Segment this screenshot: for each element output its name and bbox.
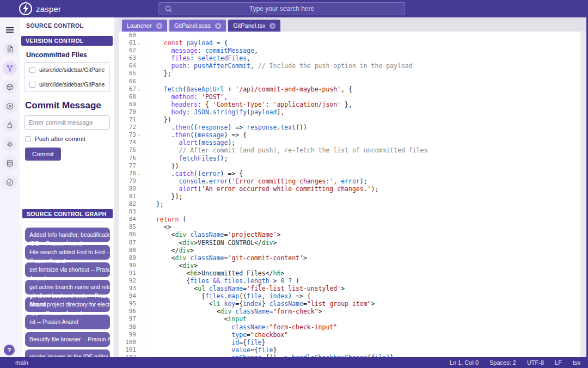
gutter[interactable]: 79 — [119, 177, 144, 185]
panel-title: SOURCE CONTROL — [20, 17, 114, 33]
gutter[interactable]: 73⌄ — [119, 131, 144, 139]
help-icon[interactable]: ? — [4, 345, 15, 355]
tab-close-icon[interactable]: ✕ — [215, 23, 221, 29]
status-item[interactable]: UTF-8 — [527, 359, 544, 366]
menu-icon[interactable] — [3, 23, 17, 37]
gutter[interactable]: 85 — [119, 223, 144, 231]
gutter[interactable]: 90 — [119, 262, 144, 269]
file-item[interactable]: ui/src/ide/sidebar/GitPanel.tsx — [24, 77, 110, 92]
file-checkbox[interactable] — [29, 67, 35, 73]
gutter[interactable]: 101 — [119, 346, 144, 354]
database-icon[interactable] — [3, 156, 17, 170]
gutter[interactable]: 62 — [119, 47, 144, 54]
gutter[interactable]: 64 — [119, 62, 144, 70]
gutter[interactable]: 95 — [119, 300, 144, 308]
extensions-icon[interactable] — [3, 80, 17, 94]
line-number: 78 — [119, 170, 136, 177]
status-item[interactable]: tsx — [573, 359, 580, 366]
gutter[interactable]: 63 — [119, 54, 144, 62]
line-number: 101 — [119, 346, 136, 354]
commit-item[interactable]: get active branch name and refactorgit c… — [25, 280, 110, 295]
gutter[interactable]: 100 — [119, 339, 144, 346]
gutter[interactable]: 97 — [119, 315, 144, 323]
global-search[interactable] — [158, 2, 405, 15]
tab-close-icon[interactable]: ✕ — [270, 23, 275, 29]
gutter[interactable]: 74 — [119, 139, 144, 146]
gutter[interactable]: 69 — [119, 101, 144, 108]
gutter[interactable]: 91 — [119, 269, 144, 277]
commit-item[interactable]: File search added End to End --Prasun An… — [25, 245, 110, 260]
gutter[interactable]: 70 — [119, 108, 144, 116]
fold-arrow-icon[interactable]: ⌄ — [136, 85, 144, 93]
settings-icon[interactable] — [3, 137, 17, 151]
tab-close-icon[interactable]: ✕ — [156, 23, 162, 29]
gutter[interactable]: 67⌄ — [119, 85, 144, 93]
tab-bar: Launcher✕GitPanel.scss✕GitPanel.tsx✕ — [119, 17, 588, 32]
tab-gitpanel-scss[interactable]: GitPanel.scss✕ — [169, 20, 226, 32]
status-item[interactable]: LF — [555, 359, 562, 366]
gutter[interactable]: 60 — [119, 32, 144, 39]
gutter[interactable]: 92 — [119, 277, 144, 285]
gutter[interactable]: 68 — [119, 93, 144, 101]
commit-item[interactable]: Beautify file browser -- Prasun Anand — [25, 332, 110, 347]
panel-divider[interactable] — [114, 17, 119, 357]
commit-button[interactable]: Commit — [25, 148, 61, 161]
gutter[interactable]: 61⌄ — [119, 39, 144, 47]
code-line: 78⌄ .catch((error) => { — [119, 170, 588, 177]
fold-arrow-icon[interactable]: ⌄ — [136, 39, 144, 47]
commit-item[interactable]: nit -- Prasun Anand — [25, 315, 110, 329]
push-after-commit-checkbox[interactable] — [25, 136, 31, 142]
commit-item[interactable]: Added Info handler, beautification ofIDE… — [25, 228, 110, 242]
gutter[interactable]: 82 — [119, 200, 144, 208]
file-explorer-icon[interactable] — [3, 42, 17, 56]
fold-arrow-icon[interactable]: ⌄ — [136, 170, 144, 177]
line-number: 94 — [119, 292, 136, 300]
run-icon[interactable] — [3, 99, 17, 113]
security-icon[interactable] — [3, 118, 17, 132]
graph-header[interactable]: SOURCE CONTROL GRAPH — [22, 209, 113, 218]
commit-item[interactable]: Mount project directory for electronapp … — [25, 297, 110, 312]
editor-scrollbar[interactable] — [580, 32, 586, 357]
file-checkbox[interactable] — [29, 82, 35, 88]
version-control-header[interactable]: VERSION CONTROL — [21, 36, 113, 46]
commit-item[interactable]: render images in the IDE editor view -- … — [25, 349, 110, 357]
gutter[interactable]: 78⌄ — [119, 170, 144, 177]
fold-spacer — [136, 139, 144, 146]
commit-message-line: nit -- Prasun Anand — [29, 317, 106, 326]
gutter[interactable]: 94 — [119, 292, 144, 300]
gutter[interactable]: 89 — [119, 254, 144, 262]
search-input[interactable] — [159, 3, 405, 15]
commit-message-input[interactable] — [24, 115, 110, 130]
commit-item[interactable]: set fontsize via shortcut -- PrasunAnand — [25, 262, 110, 277]
code-editor[interactable]: 6061⌄ const payload = {62 message: commi… — [119, 32, 588, 357]
fold-arrow-icon[interactable]: ⌄ — [136, 131, 144, 139]
gutter[interactable]: 72 — [119, 124, 144, 131]
gutter[interactable]: 75 — [119, 146, 144, 154]
file-item[interactable]: ui/src/ide/sidebar/GitPanel.scss — [24, 62, 110, 77]
tab-gitpanel-tsx[interactable]: GitPanel.tsx✕ — [228, 20, 280, 32]
branch-indicator[interactable]: main — [15, 359, 28, 366]
gutter[interactable]: 76 — [119, 155, 144, 162]
gutter[interactable]: 86 — [119, 231, 144, 238]
code-text: files: selectedFiles, — [144, 54, 250, 62]
gutter[interactable]: 93 — [119, 285, 144, 292]
tab-launcher[interactable]: Launcher✕ — [122, 20, 167, 32]
gutter[interactable]: 66 — [119, 78, 144, 85]
gutter[interactable]: 99 — [119, 331, 144, 339]
gutter[interactable]: 87 — [119, 239, 144, 247]
source-control-icon[interactable] — [3, 61, 17, 75]
gutter[interactable]: 71 — [119, 116, 144, 124]
gutter[interactable]: 80 — [119, 185, 144, 193]
gutter[interactable]: 96 — [119, 308, 144, 315]
status-item[interactable]: Spaces: 2 — [489, 359, 516, 366]
gutter[interactable]: 81 — [119, 193, 144, 200]
checks-icon[interactable] — [3, 175, 17, 189]
gutter[interactable]: 77 — [119, 162, 144, 170]
gutter[interactable]: 84 — [119, 216, 144, 223]
status-item[interactable]: Ln 1, Col 0 — [450, 359, 479, 366]
gutter[interactable]: 65 — [119, 70, 144, 77]
search-icon — [164, 5, 173, 13]
gutter[interactable]: 83 — [119, 208, 144, 216]
gutter[interactable]: 88 — [119, 247, 144, 254]
gutter[interactable]: 98 — [119, 323, 144, 331]
